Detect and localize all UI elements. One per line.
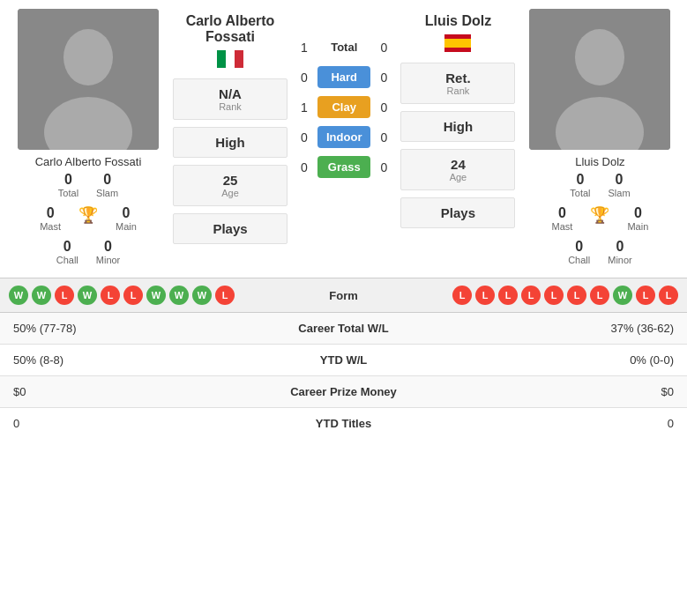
form-badge-w: W [78,286,97,305]
player2-plays-value: Plays [441,205,475,220]
player1-minor-value: 0 [104,239,112,255]
player2-mast-value: 0 [558,205,566,221]
player2-minor-value: 0 [616,239,624,255]
surface-hard-badge: Hard [317,66,370,88]
svg-point-1 [63,29,113,85]
p1-grass-score: 0 [291,160,317,174]
svg-point-10 [575,29,624,85]
player2-rank-box: Ret. Rank [400,63,515,104]
ytd-titles-row: 0 YTD Titles 0 [0,408,687,440]
player1-age-value: 25 [223,173,238,188]
prize-row: $0 Career Prize Money $0 [0,376,687,408]
player1-name: Carlo Alberto Fossati [35,155,142,168]
svg-rect-3 [217,50,226,68]
surface-middle: 1 Total 0 0 Hard 0 1 Clay 0 [291,9,397,269]
p2-hard-score: 0 [370,71,397,85]
surface-hard-row: 0 Hard 0 [291,66,397,88]
player2-slam-stat: 0 Slam [609,172,631,198]
career-total-row: 50% (77-78) Career Total W/L 37% (36-62) [0,313,687,345]
form-badge-l: L [215,286,235,305]
top-section: Carlo Alberto Fossati 0 Total 0 Slam 0 M… [0,0,687,278]
player2-age-value: 24 [451,157,466,172]
player1-total-stat: 0 Total [58,172,78,198]
player2-total-label: Total [570,188,590,198]
player2-main-label: Main [627,221,648,232]
player1-main-stat: 0 Main [116,205,137,232]
player1-height-value: High [215,135,244,150]
player1-mast-stat: 0 Mast [40,205,61,232]
svg-rect-8 [444,48,471,52]
career-total-label: Career Total W/L [241,313,447,345]
player2-name: Lluis Dolz [575,155,624,168]
player1-rank-box: N/A Rank [173,78,287,120]
player2-chall-value: 0 [575,239,583,255]
career-total-left: 50% (77-78) [0,313,241,345]
form-badge-l: L [498,286,518,305]
p2-clay-score: 0 [370,100,397,115]
p1-indoor-score: 0 [291,130,317,145]
form-section: WWLWLLWWWL Form LLLLLLLWLL [0,278,687,313]
player1-minor-label: Minor [96,255,121,265]
form-badge-l: L [452,286,472,305]
main-container: Carlo Alberto Fossati 0 Total 0 Slam 0 M… [0,0,687,439]
player1-height-box: High [173,127,287,158]
surface-total-badge: Total [317,36,370,58]
player2-trophy-icon: 🏆 [590,205,609,225]
player1-age-box: 25 Age [173,165,287,206]
career-total-right: 37% (36-62) [446,313,687,345]
player1-slam-label: Slam [96,188,118,198]
player1-plays-box: Plays [173,213,287,244]
player2-main-value: 0 [634,205,642,221]
surface-indoor-row: 0 Indoor 0 [291,126,397,148]
player1-form: WWLWLLWWWL [9,286,300,305]
form-badge-w: W [32,286,51,305]
prize-label: Career Prize Money [241,376,447,408]
form-badge-w: W [169,286,189,305]
player1-total-label: Total [58,188,78,198]
svg-rect-5 [235,50,243,68]
player1-name-big: Carlo Alberto Fossati [173,13,287,45]
form-badge-l: L [521,286,541,305]
form-badge-l: L [123,286,143,305]
top-center: Carlo Alberto Fossati N/A Rank [173,9,515,269]
form-badge-l: L [101,286,120,305]
player2-section: Lluis Dolz 0 Total 0 Slam 0 Mast 🏆 [520,9,679,269]
svg-rect-6 [444,34,471,39]
ytd-titles-right: 0 [446,408,687,440]
player1-rank-label: Rank [219,101,242,112]
player1-trophy-icon: 🏆 [78,205,98,225]
form-badge-l: L [636,286,655,305]
player2-minor-stat: 0 Minor [608,239,632,265]
svg-rect-4 [226,50,235,68]
surface-grass-badge: Grass [317,156,370,178]
player2-name-big: Lluis Dolz [400,13,515,29]
player2-stats-row3: 0 Chall 0 Minor [520,235,679,269]
form-badge-l: L [544,286,564,305]
form-badge-l: L [475,286,495,305]
ytd-wl-row: 50% (8-8) YTD W/L 0% (0-0) [0,345,687,376]
player1-mast-value: 0 [47,205,55,221]
player1-info: Carlo Alberto Fossati N/A Rank [173,9,287,269]
svg-rect-7 [444,39,471,48]
surface-total-row: 1 Total 0 [291,36,397,58]
player1-chall-stat: 0 Chall [56,239,78,265]
player2-mast-stat: 0 Mast [552,205,573,232]
player2-stats-row2: 0 Mast 🏆 0 Main [520,202,679,235]
player1-stats-row1: 0 Total 0 Slam [9,168,168,202]
player2-rank-value: Ret. [445,71,470,85]
player2-chall-stat: 0 Chall [568,239,590,265]
player1-plays-value: Plays [213,221,247,236]
player1-chall-value: 0 [63,239,71,255]
player2-chall-label: Chall [568,255,590,265]
player1-main-label: Main [116,221,137,232]
player2-info: Lluis Dolz Ret. Rank [400,9,515,269]
surface-clay-row: 1 Clay 0 [291,96,397,118]
form-badge-l: L [659,286,678,305]
player2-slam-label: Slam [609,188,631,198]
player1-stats-row3: 0 Chall 0 Minor [9,235,168,269]
prize-left: $0 [0,376,241,408]
form-label: Form [300,289,388,302]
ytd-wl-right: 0% (0-0) [446,345,687,376]
ytd-titles-label: YTD Titles [241,408,447,440]
form-badge-l: L [55,286,74,305]
